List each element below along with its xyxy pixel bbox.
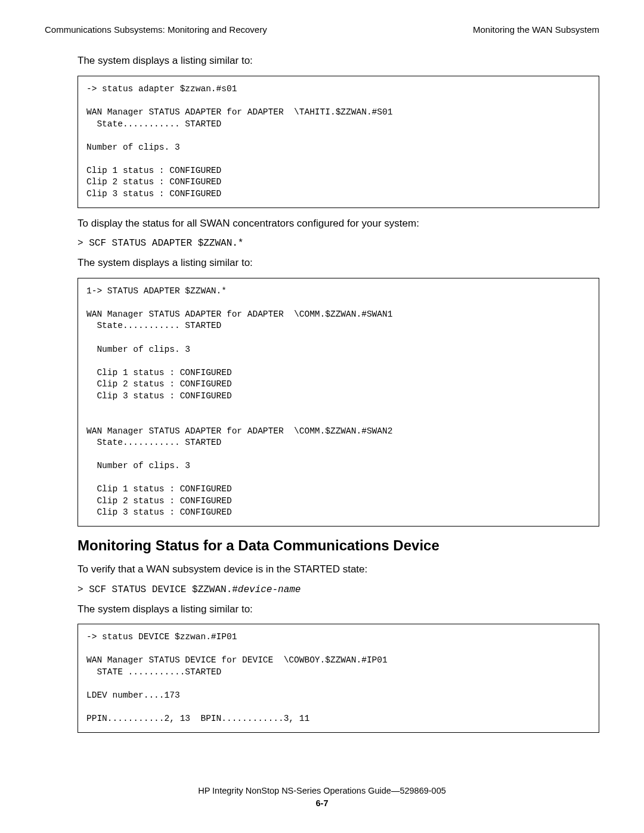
header-right: Monitoring the WAN Subsystem	[473, 24, 599, 36]
section-heading-device: Monitoring Status for a Data Communicati…	[78, 537, 599, 554]
command-device-name-placeholder: device-name	[238, 584, 301, 595]
page-footer: HP Integrity NonStop NS-Series Operation…	[0, 785, 644, 809]
page-header: Communications Subsystems: Monitoring an…	[45, 24, 599, 36]
paragraph-intro-2: The system displays a listing similar to…	[78, 256, 599, 271]
footer-page-number: 6-7	[0, 797, 644, 809]
paragraph-intro-3: The system displays a listing similar to…	[78, 602, 599, 617]
code-block-device: -> status DEVICE $zzwan.#IP01 WAN Manage…	[78, 624, 599, 733]
page-content: The system displays a listing similar to…	[45, 54, 599, 733]
command-status-device: > SCF STATUS DEVICE $ZZWAN.#device-name	[78, 584, 599, 595]
command-status-adapter-all: > SCF STATUS ADAPTER $ZZWAN.*	[78, 238, 599, 249]
page: Communications Subsystems: Monitoring an…	[0, 0, 644, 833]
paragraph-device-verify: To verify that a WAN subsystem device is…	[78, 562, 599, 577]
header-left: Communications Subsystems: Monitoring an…	[45, 24, 267, 36]
paragraph-all-swan: To display the status for all SWAN conce…	[78, 216, 599, 231]
code-block-adapter-single: -> status adapter $zzwan.#s01 WAN Manage…	[78, 76, 599, 208]
paragraph-intro-1: The system displays a listing similar to…	[78, 54, 599, 69]
code-block-adapter-all: 1-> STATUS ADAPTER $ZZWAN.* WAN Manager …	[78, 278, 599, 527]
command-prefix: > SCF STATUS DEVICE $ZZWAN.#	[78, 584, 238, 595]
footer-title: HP Integrity NonStop NS-Series Operation…	[0, 785, 644, 797]
